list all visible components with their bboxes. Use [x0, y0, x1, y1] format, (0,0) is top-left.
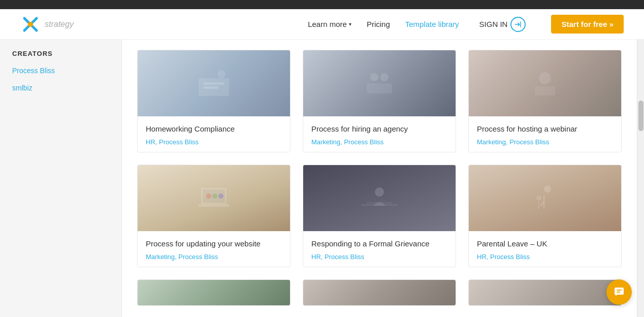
card-title-homeworking: Homeworking Compliance — [146, 123, 282, 134]
card-row3-2[interactable] — [303, 279, 456, 306]
card-tags-homeworking[interactable]: HR, Process Bliss — [146, 138, 282, 146]
svg-point-18 — [375, 187, 384, 197]
sidebar-item-process-bliss[interactable]: Process Bliss — [12, 66, 109, 76]
content-area: Homeworking Compliance HR, Process Bliss — [122, 40, 637, 317]
svg-point-2 — [28, 22, 33, 27]
chevron-down-icon: ▾ — [349, 21, 351, 27]
svg-rect-25 — [617, 292, 620, 293]
svg-point-6 — [217, 70, 226, 78]
logo-area[interactable]: strategy — [20, 14, 74, 35]
card-title-website: Process for updating your website — [146, 238, 282, 249]
card-tags-webinar[interactable]: Marketing, Process Bliss — [477, 138, 613, 146]
card-image-row3-2 — [303, 280, 456, 305]
card-parental[interactable]: Parental Leave – UK HR, Process Bliss — [468, 165, 622, 267]
svg-rect-11 — [535, 86, 555, 96]
card-body-hiring: Process for hiring an agency Marketing, … — [303, 116, 456, 152]
card-image-row3-3 — [469, 280, 621, 305]
chat-icon — [613, 286, 625, 298]
card-title-parental: Parental Leave – UK — [477, 238, 613, 249]
svg-point-7 — [370, 73, 378, 81]
card-row3-1[interactable] — [137, 279, 291, 306]
main-layout: CREATORS Process Bliss smlbiz — [0, 40, 644, 317]
svg-point-22 — [536, 196, 541, 201]
card-body-homeworking: Homeworking Compliance HR, Process Bliss — [138, 116, 290, 152]
nav-pricing[interactable]: Pricing — [367, 20, 390, 28]
card-body-grievance: Responding to a Formal Grievance HR, Pro… — [303, 231, 456, 267]
scrollbar-thumb[interactable] — [638, 101, 643, 131]
scrollbar-area — [637, 40, 644, 317]
card-tags-grievance[interactable]: HR, Process Bliss — [311, 253, 447, 261]
cards-grid: Homeworking Compliance HR, Process Bliss — [137, 50, 622, 306]
main-nav: Learn more ▾ Pricing Template library SI… — [308, 15, 624, 34]
card-image-row3-1 — [138, 280, 290, 305]
header: strategy Learn more ▾ Pricing Template l… — [0, 9, 644, 40]
svg-rect-9 — [367, 83, 392, 93]
card-image-parental — [469, 165, 621, 231]
card-body-webinar: Process for hosting a webinar Marketing,… — [469, 116, 621, 152]
sidebar-section-title: CREATORS — [12, 50, 109, 57]
card-title-grievance: Responding to a Formal Grievance — [311, 238, 447, 249]
nav-learn-more[interactable]: Learn more ▾ — [308, 20, 351, 28]
card-tags-website[interactable]: Marketing, Process Bliss — [146, 253, 282, 261]
svg-rect-24 — [617, 290, 622, 291]
logo-icon — [20, 14, 41, 35]
start-for-free-button[interactable]: Start for free » — [551, 15, 624, 34]
card-body-website: Process for updating your website Market… — [138, 231, 290, 267]
card-image-website — [138, 165, 290, 231]
logo-text: strategy — [45, 20, 74, 29]
svg-rect-5 — [204, 86, 219, 89]
sign-in-area[interactable]: SIGN IN — [479, 17, 526, 32]
svg-point-8 — [380, 73, 389, 81]
card-hiring[interactable]: Process for hiring an agency Marketing, … — [303, 50, 456, 152]
svg-rect-23 — [615, 288, 624, 295]
svg-point-21 — [544, 185, 551, 193]
sidebar: CREATORS Process Bliss smlbiz — [0, 40, 122, 317]
svg-point-10 — [539, 72, 551, 84]
svg-rect-19 — [362, 204, 397, 206]
card-grievance[interactable]: Responding to a Formal Grievance HR, Pro… — [303, 165, 456, 267]
card-homeworking[interactable]: Homeworking Compliance HR, Process Bliss — [137, 50, 291, 152]
card-webinar[interactable]: Process for hosting a webinar Marketing,… — [468, 50, 622, 152]
card-row3-3[interactable] — [468, 279, 622, 306]
svg-point-17 — [218, 194, 223, 199]
svg-point-15 — [206, 194, 211, 199]
sign-in-text[interactable]: SIGN IN — [479, 20, 508, 28]
svg-rect-4 — [204, 82, 224, 85]
top-bar — [0, 0, 644, 9]
svg-rect-14 — [199, 204, 229, 207]
card-image-homeworking — [138, 50, 290, 116]
card-body-parental: Parental Leave – UK HR, Process Bliss — [469, 231, 621, 267]
card-tags-parental[interactable]: HR, Process Bliss — [477, 253, 613, 261]
card-title-webinar: Process for hosting a webinar — [477, 123, 613, 134]
chat-widget[interactable] — [606, 279, 632, 305]
nav-template-library[interactable]: Template library — [405, 20, 459, 28]
card-image-webinar — [469, 50, 621, 116]
card-image-hiring — [303, 50, 456, 116]
card-tags-hiring[interactable]: Marketing, Process Bliss — [311, 138, 447, 146]
card-website[interactable]: Process for updating your website Market… — [137, 165, 291, 267]
sidebar-item-smlbiz[interactable]: smlbiz — [12, 83, 109, 93]
sign-in-icon[interactable] — [510, 17, 526, 32]
svg-point-16 — [212, 194, 217, 199]
svg-rect-20 — [367, 202, 392, 204]
card-image-grievance — [303, 165, 456, 231]
card-title-hiring: Process for hiring an agency — [311, 123, 447, 134]
